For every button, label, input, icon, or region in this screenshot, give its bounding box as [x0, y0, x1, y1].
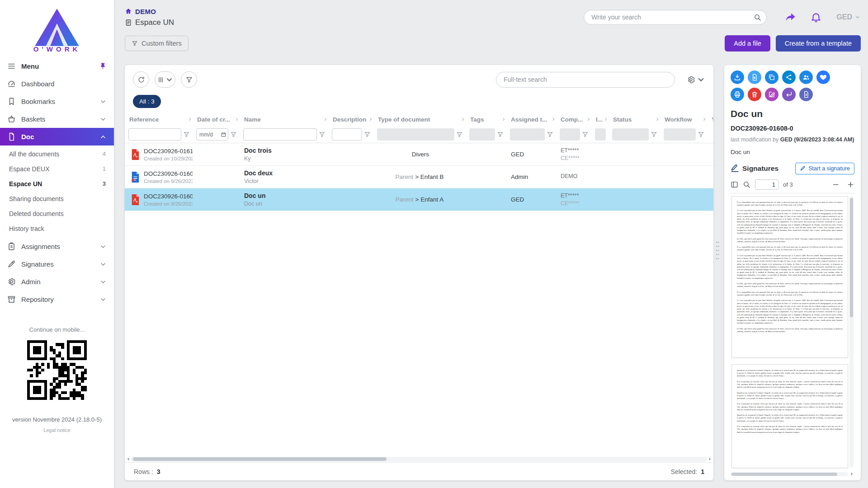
favorite-button[interactable] — [816, 70, 830, 84]
company-filter-select[interactable] — [560, 128, 580, 141]
zoom-in-icon[interactable] — [847, 181, 854, 188]
column-header-company[interactable]: Comp... — [556, 116, 591, 123]
scroll-right-arrow-icon[interactable] — [707, 456, 712, 462]
assigned-filter-select[interactable] — [510, 128, 545, 141]
filter-funnel-icon[interactable] — [547, 131, 553, 138]
name-filter-input[interactable] — [243, 128, 317, 141]
table-settings-button[interactable] — [687, 75, 705, 84]
legal-notice-link[interactable]: Legal notice — [43, 427, 70, 433]
profile-menu[interactable]: GED — [836, 13, 861, 21]
scrollbar-track[interactable] — [131, 457, 707, 462]
create-from-template-button[interactable]: Create from a template — [776, 35, 861, 52]
column-header-y[interactable]: Y... — [707, 116, 713, 123]
sidebar-subitem-all-documents[interactable]: All the documents 4 — [0, 146, 114, 161]
owork-logo — [33, 7, 81, 44]
column-header-type[interactable]: Type of document — [373, 116, 466, 123]
app-badge-line[interactable]: DEMO — [125, 8, 174, 15]
filter-button[interactable] — [181, 71, 197, 88]
column-header-reference[interactable]: Reference — [125, 116, 193, 123]
zoom-out-icon[interactable] — [832, 181, 840, 188]
status-filter-select[interactable] — [612, 128, 649, 141]
page-number-input[interactable] — [755, 179, 778, 190]
fulltext-search-input[interactable] — [496, 72, 675, 88]
sidebar-subitem-deleted-documents[interactable]: Deleted documents — [0, 206, 114, 221]
i-filter-select[interactable] — [595, 128, 606, 141]
tags-filter-select[interactable] — [469, 128, 495, 141]
column-header-i[interactable]: I... — [591, 116, 609, 123]
search-icon[interactable] — [754, 14, 761, 21]
add-file-button[interactable]: Add a file — [725, 35, 770, 52]
export-file-button[interactable] — [748, 70, 761, 84]
column-header-name[interactable]: Name — [240, 116, 328, 123]
sidebar-item-baskets[interactable]: Baskets — [0, 110, 114, 128]
sidebar-subitem-espace-un[interactable]: Espace UN 3 — [0, 176, 114, 191]
panel-resize-handle[interactable] — [715, 239, 720, 260]
all-count-chip[interactable]: All : 3 — [133, 95, 161, 108]
workflow-filter-select[interactable] — [664, 128, 696, 141]
global-search-input[interactable] — [584, 10, 767, 25]
scroll-right-arrow-icon[interactable] — [849, 471, 854, 477]
sidebar-item-dashboard[interactable]: Dashboard — [0, 75, 114, 93]
column-header-status[interactable]: Status — [609, 116, 660, 123]
column-header-description[interactable]: Description — [328, 116, 373, 123]
notifications-bell-icon[interactable] — [810, 11, 822, 23]
details-button[interactable] — [799, 88, 813, 101]
rows-label: Rows : — [134, 468, 153, 475]
pdf-preview[interactable]: Il y a aujourd'hui trois cent quarante-h… — [731, 193, 854, 470]
permissions-button[interactable] — [799, 70, 813, 84]
scrollbar-thumb[interactable] — [133, 457, 387, 461]
share-icon[interactable] — [785, 11, 797, 23]
scrollbar-track[interactable] — [731, 472, 848, 476]
column-header-assigned[interactable]: Assigned t... — [506, 116, 556, 123]
calendar-icon[interactable] — [221, 131, 226, 137]
sidebar-item-admin[interactable]: Admin — [0, 273, 114, 291]
sidebar-toggle-icon[interactable] — [731, 181, 738, 188]
download-button[interactable] — [731, 70, 744, 84]
pin-icon[interactable] — [99, 62, 107, 70]
share-button[interactable] — [782, 70, 796, 84]
check-in-button[interactable] — [782, 88, 796, 101]
filter-funnel-icon[interactable] — [497, 131, 504, 138]
filter-funnel-icon[interactable] — [230, 131, 237, 138]
custom-filters-button[interactable]: Custom filters — [125, 36, 189, 51]
subitem-label: History track — [9, 225, 106, 232]
table-row[interactable]: DOC230926-01610-3 Created on 10/29/2024 … — [125, 143, 713, 166]
filter-funnel-icon[interactable] — [698, 131, 704, 138]
reference-filter-input[interactable] — [128, 128, 181, 141]
column-header-tags[interactable]: Tags — [466, 116, 506, 123]
filter-funnel-icon[interactable] — [183, 131, 190, 138]
delete-button[interactable] — [748, 88, 761, 101]
filter-funnel-icon[interactable] — [651, 131, 657, 138]
print-button[interactable] — [731, 88, 744, 101]
sidebar-item-menu[interactable]: Menu — [0, 57, 114, 75]
sidebar-subitem-history-track[interactable]: History track — [0, 221, 114, 236]
sidebar-item-bookmarks[interactable]: Bookmarks — [0, 93, 114, 110]
scrollbar-thumb[interactable] — [850, 198, 853, 318]
filter-funnel-icon[interactable] — [364, 131, 371, 138]
duplicate-button[interactable] — [765, 70, 778, 84]
description-filter-input[interactable] — [332, 128, 362, 141]
column-chevron-icon — [501, 117, 506, 122]
filter-funnel-icon[interactable] — [319, 131, 326, 138]
column-header-workflow[interactable]: Workflow — [660, 116, 707, 123]
refresh-button[interactable] — [133, 71, 149, 88]
table-row-selected[interactable]: DOC230926-01608-0 Created on 9/26/2023 3… — [125, 188, 713, 211]
table-row[interactable]: DOC230926-01609-0 Created on 9/26/2023 3… — [125, 166, 713, 188]
scrollbar-thumb[interactable] — [731, 473, 837, 476]
filter-funnel-icon[interactable] — [582, 131, 589, 138]
type-filter-select[interactable] — [377, 128, 454, 141]
search-icon[interactable] — [743, 181, 750, 188]
edit-button[interactable] — [765, 88, 778, 101]
column-settings-button[interactable] — [155, 71, 175, 88]
sidebar-item-doc[interactable]: Doc — [0, 128, 114, 145]
sidebar-subitem-sharing-documents[interactable]: Sharing documents — [0, 191, 114, 206]
sidebar-item-repository[interactable]: Repository — [0, 291, 114, 308]
scroll-left-arrow-icon[interactable] — [126, 456, 131, 462]
sidebar-item-assignments[interactable]: Assignments — [0, 238, 114, 255]
start-signature-button[interactable]: Start a signature — [795, 163, 854, 174]
sidebar-item-signatures[interactable]: Signatures — [0, 255, 114, 273]
sidebar-subitem-espace-deux[interactable]: Espace DEUX 1 — [0, 161, 114, 176]
filter-funnel-icon[interactable] — [456, 131, 463, 138]
pdf-vertical-scrollbar[interactable] — [849, 196, 854, 468]
column-header-date[interactable]: Date of cr... — [193, 116, 240, 123]
